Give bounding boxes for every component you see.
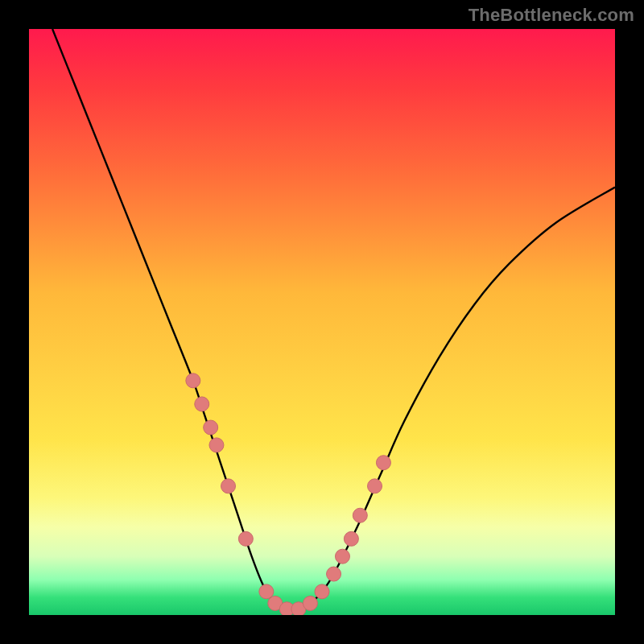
highlight-marker <box>368 479 382 493</box>
bottleneck-curve <box>52 29 615 610</box>
highlight-marker <box>335 549 349 564</box>
curve-svg <box>29 29 615 615</box>
highlight-marker <box>209 438 224 452</box>
plot-area <box>29 29 615 615</box>
highlight-marker <box>303 596 317 610</box>
highlight-marker <box>221 479 236 493</box>
highlight-markers <box>186 374 391 615</box>
highlight-marker <box>186 374 200 388</box>
highlight-marker <box>195 397 209 411</box>
highlight-marker <box>327 567 341 581</box>
highlight-marker <box>238 531 253 546</box>
curve-layer <box>52 29 615 610</box>
attribution-text: TheBottleneck.com <box>469 5 634 26</box>
chart-frame: TheBottleneck.com <box>0 0 644 644</box>
highlight-marker <box>353 508 367 522</box>
highlight-marker <box>204 420 218 435</box>
highlight-marker <box>344 531 358 546</box>
highlight-marker <box>315 584 329 599</box>
highlight-marker <box>376 456 390 470</box>
